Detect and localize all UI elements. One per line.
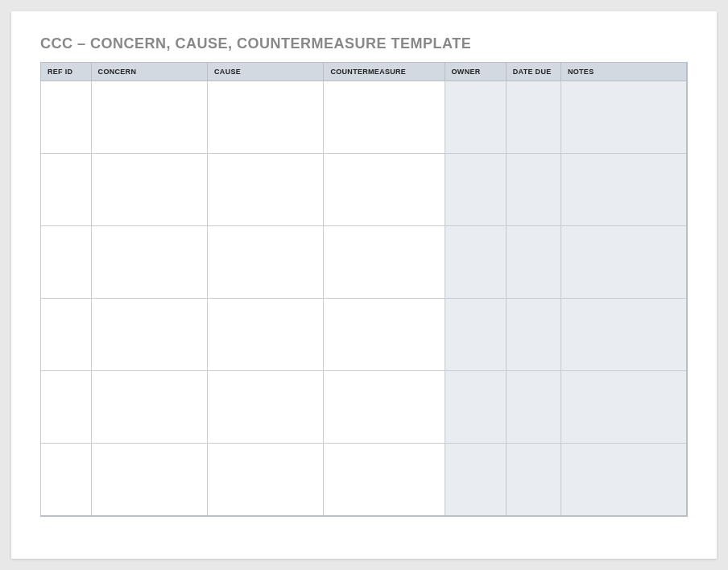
cell-notes[interactable]	[560, 371, 687, 444]
cell-notes[interactable]	[560, 154, 687, 226]
cell-datedue[interactable]	[506, 81, 560, 154]
cell-datedue[interactable]	[506, 444, 560, 516]
cell-cause[interactable]	[208, 444, 324, 516]
cell-refid[interactable]	[41, 444, 92, 516]
header-notes: NOTES	[560, 63, 687, 81]
cell-datedue[interactable]	[506, 154, 560, 226]
cell-refid[interactable]	[41, 81, 92, 154]
cell-refid[interactable]	[41, 154, 92, 226]
cell-refid[interactable]	[41, 371, 92, 444]
table-row	[41, 81, 688, 154]
cell-owner[interactable]	[445, 81, 506, 154]
table-row	[41, 371, 688, 444]
cell-notes[interactable]	[560, 444, 687, 516]
ccc-table: REF ID CONCERN CAUSE COUNTERMEASURE OWNE…	[40, 62, 688, 517]
cell-notes[interactable]	[560, 299, 687, 371]
cell-countermeasure[interactable]	[324, 371, 445, 444]
header-cause: CAUSE	[208, 63, 324, 81]
header-datedue: DATE DUE	[506, 63, 560, 81]
cell-refid[interactable]	[41, 299, 92, 371]
cell-cause[interactable]	[208, 154, 324, 226]
header-owner: OWNER	[445, 63, 506, 81]
cell-concern[interactable]	[91, 226, 207, 299]
table-row	[41, 299, 688, 371]
cell-concern[interactable]	[91, 371, 207, 444]
cell-countermeasure[interactable]	[324, 299, 445, 371]
page-title: CCC – CONCERN, CAUSE, COUNTERMEASURE TEM…	[40, 35, 688, 52]
table-row	[41, 444, 688, 516]
cell-notes[interactable]	[560, 81, 687, 154]
cell-cause[interactable]	[208, 299, 324, 371]
cell-datedue[interactable]	[506, 226, 560, 299]
cell-owner[interactable]	[445, 371, 506, 444]
cell-datedue[interactable]	[506, 299, 560, 371]
cell-owner[interactable]	[445, 154, 506, 226]
cell-cause[interactable]	[208, 226, 324, 299]
table-row	[41, 226, 688, 299]
cell-concern[interactable]	[91, 154, 207, 226]
header-refid: REF ID	[41, 63, 92, 81]
cell-cause[interactable]	[208, 371, 324, 444]
table-row	[41, 154, 688, 226]
cell-countermeasure[interactable]	[324, 154, 445, 226]
cell-owner[interactable]	[445, 226, 506, 299]
cell-countermeasure[interactable]	[324, 81, 445, 154]
document-page: CCC – CONCERN, CAUSE, COUNTERMEASURE TEM…	[11, 11, 717, 559]
header-countermeasure: COUNTERMEASURE	[324, 63, 445, 81]
cell-refid[interactable]	[41, 226, 92, 299]
cell-concern[interactable]	[91, 444, 207, 516]
header-concern: CONCERN	[91, 63, 207, 81]
cell-concern[interactable]	[91, 81, 207, 154]
cell-concern[interactable]	[91, 299, 207, 371]
cell-notes[interactable]	[560, 226, 687, 299]
table-header-row: REF ID CONCERN CAUSE COUNTERMEASURE OWNE…	[41, 63, 688, 81]
cell-owner[interactable]	[445, 299, 506, 371]
cell-owner[interactable]	[445, 444, 506, 516]
cell-countermeasure[interactable]	[324, 226, 445, 299]
cell-countermeasure[interactable]	[324, 444, 445, 516]
cell-cause[interactable]	[208, 81, 324, 154]
cell-datedue[interactable]	[506, 371, 560, 444]
